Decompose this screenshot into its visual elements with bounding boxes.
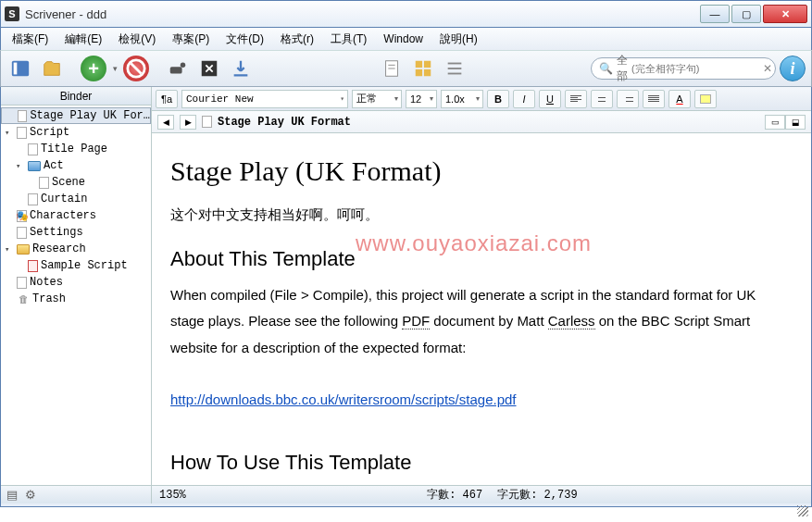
doc-heading-howto: How To Use This Template xyxy=(170,451,793,475)
binder-tree[interactable]: Stage Play UK For…▾ScriptTitle Page▾ActS… xyxy=(1,106,151,485)
tree-item[interactable]: ▾Research xyxy=(1,241,151,257)
menubar: 檔案(F) 編輯(E) 檢視(V) 專案(P) 文件(D) 格式(r) 工具(T… xyxy=(0,28,812,50)
search-box[interactable]: 🔍 全部 ✕ xyxy=(591,57,776,80)
menu-tools[interactable]: 工具(T) xyxy=(323,30,374,49)
doc-icon xyxy=(17,127,27,139)
menu-help[interactable]: 說明(H) xyxy=(432,30,485,49)
align-justify-button[interactable] xyxy=(643,90,665,108)
align-center-button[interactable] xyxy=(591,90,613,108)
close-button[interactable]: ✕ xyxy=(763,5,807,23)
tree-item[interactable]: ▾Script xyxy=(1,124,151,141)
tree-item-label: Script xyxy=(30,126,69,139)
tree-item[interactable]: Scene xyxy=(1,174,151,191)
binder-header: Binder xyxy=(1,87,151,106)
tree-item[interactable]: Notes xyxy=(1,274,151,291)
titlebar: S Scrivener - ddd — ▢ ✕ xyxy=(0,0,812,28)
zoom-level[interactable]: 135% xyxy=(159,489,186,502)
tree-item[interactable]: Stage Play UK For… xyxy=(1,107,151,124)
italic-button[interactable]: I xyxy=(513,90,535,108)
tree-item[interactable]: Curtain xyxy=(1,191,151,207)
doc-icon xyxy=(17,227,27,239)
menu-view[interactable]: 檢視(V) xyxy=(111,30,163,49)
binder-toggle-button[interactable] xyxy=(6,55,34,82)
minimize-button[interactable]: — xyxy=(700,5,730,23)
menu-window[interactable]: Window xyxy=(376,31,431,47)
tree-item-label: Stage Play UK For… xyxy=(30,109,150,122)
view-document-button[interactable] xyxy=(378,55,406,82)
highlight-button[interactable] xyxy=(694,90,717,108)
search-scope: 全部 xyxy=(617,53,628,84)
doc-icon xyxy=(28,143,38,155)
keywords-button[interactable] xyxy=(164,55,192,82)
svg-line-3 xyxy=(131,64,142,74)
menu-format[interactable]: 格式(r) xyxy=(273,30,321,49)
search-input[interactable] xyxy=(631,63,759,74)
tree-item-label: Research xyxy=(32,242,86,255)
doc-paragraph-1: When compiled (File > Compile), this pro… xyxy=(170,282,793,362)
search-clear-icon[interactable]: ✕ xyxy=(763,62,772,75)
presets-button[interactable]: ¶a xyxy=(156,90,178,108)
doc-link[interactable]: http://downloads.bbc.co.uk/writersroom/s… xyxy=(170,392,517,407)
format-bar: ¶a Courier New 正常 12 1.0x B I U A xyxy=(152,87,811,111)
tree-item-label: Curtain xyxy=(41,193,87,205)
fullscreen-button[interactable] xyxy=(195,55,223,82)
window-title: Scrivener - ddd xyxy=(25,7,106,21)
font-style-select[interactable]: 正常 xyxy=(352,90,402,108)
menu-file[interactable]: 檔案(F) xyxy=(5,30,56,49)
resize-grip[interactable] xyxy=(797,505,808,516)
text-color-button[interactable]: A xyxy=(668,90,691,108)
document-editor[interactable]: Stage Play (UK Format) 这个对中文支持相当好啊。呵呵。 A… xyxy=(152,133,811,485)
view-corkboard-button[interactable] xyxy=(409,55,437,82)
font-select[interactable]: Courier New xyxy=(181,90,348,108)
tree-item[interactable]: Title Page xyxy=(1,141,151,157)
menu-project[interactable]: 專案(P) xyxy=(165,30,217,49)
tree-item-label: Notes xyxy=(30,276,63,289)
add-button[interactable]: + xyxy=(81,56,106,81)
line-spacing-select[interactable]: 1.0x xyxy=(441,90,483,108)
menu-document[interactable]: 文件(D) xyxy=(219,30,271,49)
doc-icon xyxy=(18,110,28,122)
compile-button[interactable] xyxy=(227,55,255,82)
svg-rect-10 xyxy=(415,61,421,68)
delete-button[interactable] xyxy=(123,56,149,81)
svg-rect-12 xyxy=(415,69,421,76)
tree-item-label: Act xyxy=(44,159,64,172)
tree-item-label: Trash xyxy=(32,292,66,305)
main-toolbar: + ▾ 🔍 全部 ✕ i xyxy=(0,50,812,87)
svg-rect-1 xyxy=(14,63,18,75)
doc-icon xyxy=(28,193,38,205)
align-right-button[interactable] xyxy=(617,90,639,108)
bold-button[interactable]: B xyxy=(487,90,509,108)
tree-item[interactable]: 🎭Characters xyxy=(1,207,151,224)
char-count: 字元數: 2,739 xyxy=(497,487,577,503)
split-horizontal-button[interactable]: ⬓ xyxy=(785,115,806,130)
tree-item[interactable]: ▾Act xyxy=(1,157,151,174)
inspector-button[interactable]: i xyxy=(780,56,806,81)
underline-button[interactable]: U xyxy=(539,90,561,108)
view-outline-button[interactable] xyxy=(441,55,468,82)
app-icon: S xyxy=(5,6,19,21)
nav-forward-button[interactable]: ▶ xyxy=(180,115,196,130)
align-left-button[interactable] xyxy=(565,90,587,108)
tree-item[interactable]: Settings xyxy=(1,224,151,241)
tree-item[interactable]: Sample Script xyxy=(1,257,151,274)
add-doc-icon[interactable]: ▤ xyxy=(5,488,19,503)
collections-button[interactable] xyxy=(38,55,66,82)
mask-icon: 🎭 xyxy=(17,210,27,222)
font-size-select[interactable]: 12 xyxy=(406,90,437,108)
doc-red-icon xyxy=(28,260,38,272)
tree-item-label: Scene xyxy=(52,176,85,189)
document-icon xyxy=(202,116,212,128)
tree-item[interactable]: 🗑Trash xyxy=(1,291,151,307)
editor-area: ¶a Courier New 正常 12 1.0x B I U A ◀ ▶ St… xyxy=(152,87,811,503)
maximize-button[interactable]: ▢ xyxy=(731,5,761,23)
tree-item-label: Sample Script xyxy=(41,259,128,272)
gear-icon[interactable]: ⚙ xyxy=(23,488,38,503)
svg-rect-11 xyxy=(423,61,430,68)
folder-icon xyxy=(17,244,30,255)
add-dropdown[interactable]: ▾ xyxy=(110,55,119,82)
doc-heading-1: Stage Play (UK Format) xyxy=(170,155,793,187)
menu-edit[interactable]: 編輯(E) xyxy=(57,30,109,49)
split-none-button[interactable]: ▭ xyxy=(765,115,785,130)
nav-back-button[interactable]: ◀ xyxy=(157,115,174,130)
